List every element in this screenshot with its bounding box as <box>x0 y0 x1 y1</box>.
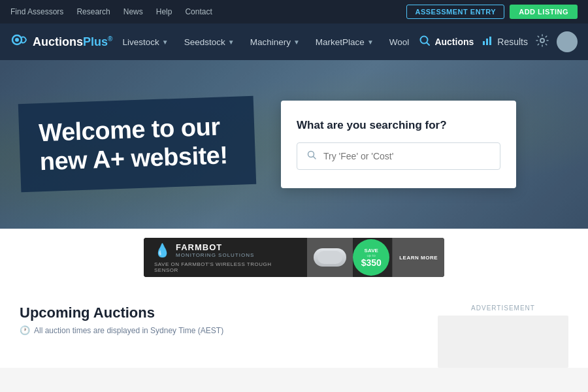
nav-marketplace[interactable]: MarketPlace ▼ <box>309 33 380 51</box>
auctions-nav-item[interactable]: Auctions <box>419 35 474 49</box>
top-bar-links: Find Assessors Research News Help Contac… <box>10 7 212 16</box>
advertisement-box <box>438 316 568 368</box>
user-avatar[interactable] <box>557 31 578 52</box>
marketplace-chevron-icon: ▼ <box>367 39 374 46</box>
seedstock-chevron-icon: ▼ <box>228 39 235 46</box>
search-panel: What are you searching for? <box>281 101 516 188</box>
svg-rect-6 <box>489 37 491 45</box>
nav-right-actions: Auctions Results <box>419 31 578 52</box>
bottom-section: Upcoming Auctions 🕐 All auction times ar… <box>0 286 588 368</box>
farmbot-save-badge: SAVE up to $350 <box>353 239 389 276</box>
search-question-label: What are you searching for? <box>297 119 500 132</box>
main-navigation: AuctionsPlus® Livestock ▼ Seedstock ▼ Ma… <box>0 24 588 60</box>
hero-section: Welcome to our new A+ website! What are … <box>0 60 588 229</box>
farmbot-water-icon: 💧 <box>154 242 171 258</box>
time-notice: 🕐 All auction times are displayed in Syd… <box>20 325 425 335</box>
top-bar: Find Assessors Research News Help Contac… <box>0 0 588 24</box>
results-nav-item[interactable]: Results <box>482 35 528 49</box>
svg-rect-4 <box>483 41 485 45</box>
contact-link[interactable]: Contact <box>185 7 212 16</box>
farmbot-brand: FARMBOT <box>176 242 254 252</box>
farmbot-save-amount: $350 <box>361 257 382 268</box>
nav-wool[interactable]: Wool <box>383 33 416 51</box>
svg-line-3 <box>427 43 430 46</box>
upcoming-auctions-title: Upcoming Auctions <box>20 304 425 321</box>
farmbot-ad-left: 💧 FARMBOT MONITORING SOLUTIONS SAVE ON F… <box>144 238 307 277</box>
news-link[interactable]: News <box>123 7 143 16</box>
svg-line-9 <box>314 157 316 159</box>
add-listing-button[interactable]: ADD LISTING <box>510 5 578 19</box>
livestock-chevron-icon: ▼ <box>162 39 169 46</box>
hero-banner: Welcome to our new A+ website! <box>18 96 257 193</box>
nav-machinery[interactable]: Machinery ▼ <box>244 33 306 51</box>
settings-icon[interactable] <box>536 34 549 50</box>
time-notice-text: All auction times are displayed in Sydne… <box>34 326 223 335</box>
upcoming-auctions-section: Upcoming Auctions 🕐 All auction times ar… <box>20 304 425 368</box>
assessment-entry-button[interactable]: ASSESSMENT ENTRY <box>406 5 504 19</box>
svg-point-1 <box>15 38 19 42</box>
clock-icon: 🕐 <box>20 325 30 335</box>
hero-title: Welcome to our new A+ website! <box>39 112 237 176</box>
svg-rect-5 <box>486 39 488 45</box>
machinery-chevron-icon: ▼ <box>293 39 300 46</box>
auctions-search-icon <box>419 35 431 49</box>
ad-banner-section: 💧 FARMBOT MONITORING SOLUTIONS SAVE ON F… <box>0 229 588 286</box>
help-link[interactable]: Help <box>156 7 172 16</box>
advertisement-label: ADVERTISEMENT <box>438 304 568 312</box>
search-input[interactable] <box>323 151 491 161</box>
farmbot-device-image <box>307 238 353 277</box>
nav-seedstock[interactable]: Seedstock ▼ <box>178 33 241 51</box>
farmbot-subtitle: MONITORING SOLUTIONS <box>176 252 254 258</box>
nav-livestock[interactable]: Livestock ▼ <box>116 33 175 51</box>
logo[interactable]: AuctionsPlus® <box>10 31 112 53</box>
advertisement-placeholder: ADVERTISEMENT <box>438 304 568 368</box>
logo-icon <box>10 31 29 53</box>
farmbot-tagline: SAVE ON FARMBOT'S WIRELESS TROUGH SENSOR <box>154 261 297 273</box>
results-chart-icon <box>482 35 493 49</box>
search-icon <box>306 150 317 163</box>
research-link[interactable]: Research <box>76 7 110 16</box>
farmbot-learn-more-button[interactable]: LEARN MORE <box>392 238 444 277</box>
nav-links: Livestock ▼ Seedstock ▼ Machinery ▼ Mark… <box>116 33 416 51</box>
top-bar-actions: ASSESSMENT ENTRY ADD LISTING <box>406 5 578 19</box>
search-box <box>297 142 500 170</box>
hero-content: Welcome to our new A+ website! What are … <box>0 60 588 229</box>
svg-point-7 <box>540 39 544 42</box>
logo-text: AuctionsPlus® <box>33 35 112 49</box>
farmbot-save-label: SAVE <box>365 248 378 253</box>
farmbot-logo-row: 💧 FARMBOT MONITORING SOLUTIONS <box>154 242 297 258</box>
farmbot-ad[interactable]: 💧 FARMBOT MONITORING SOLUTIONS SAVE ON F… <box>144 238 444 277</box>
find-assessors-link[interactable]: Find Assessors <box>10 7 63 16</box>
